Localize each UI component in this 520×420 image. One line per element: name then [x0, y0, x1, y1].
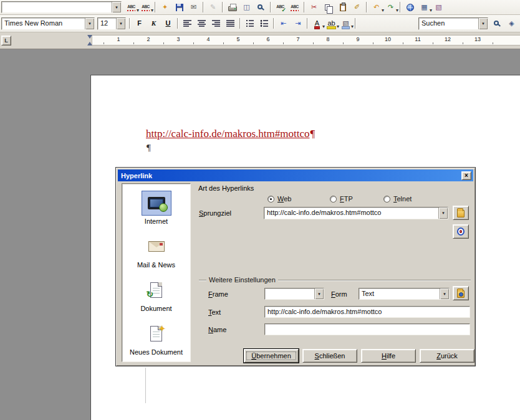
ruler-number: 4 — [193, 36, 223, 42]
separator — [238, 17, 243, 30]
edit-file-icon[interactable]: ✎ — [206, 1, 220, 14]
separator — [127, 17, 132, 30]
hyperlink-text[interactable]: http://calc-info.de/makros.htm#mottco — [146, 128, 310, 140]
chevron-down-icon[interactable] — [112, 2, 121, 12]
close-icon[interactable]: × — [461, 171, 471, 180]
target-icon — [457, 227, 465, 236]
decrease-indent-icon[interactable]: ⇤ — [276, 17, 291, 30]
type-section-label: Art des Hyperlinks — [198, 184, 254, 192]
chevron-down-icon[interactable] — [85, 18, 94, 29]
save-icon[interactable] — [172, 1, 186, 14]
separator — [201, 1, 206, 14]
ruler-number: 13 — [463, 36, 493, 42]
hyperlink-icon[interactable] — [403, 1, 417, 14]
undo-icon[interactable]: ↶ — [369, 1, 383, 14]
chevron-down-icon[interactable] — [478, 18, 488, 29]
numbering-icon[interactable] — [243, 17, 257, 30]
tab-stop-selector[interactable]: L — [1, 36, 11, 45]
paste-icon[interactable] — [335, 1, 350, 14]
application-window: ABCABC✦✉✎◫ABCABC✂✐↶↷▦▧ Times New Roman 1… — [0, 0, 520, 420]
insert-table-icon[interactable]: ▦ — [417, 1, 431, 14]
spellcheck-icon[interactable]: ABC — [273, 1, 287, 14]
autotext-icon[interactable]: ABC — [138, 1, 153, 14]
radio-ftp[interactable]: FTP — [330, 195, 383, 203]
page-preview-icon[interactable]: ◫ — [239, 1, 254, 14]
find-replace-icon[interactable] — [490, 17, 504, 30]
cut-icon[interactable]: ✂ — [307, 1, 321, 14]
font-name-combobox[interactable]: Times New Roman — [1, 17, 95, 30]
category-neues-dokument[interactable]: Neues Dokument — [122, 317, 190, 360]
background-color-icon[interactable]: ▧ — [339, 17, 353, 30]
highlight-icon[interactable]: ab — [324, 17, 339, 30]
text-field[interactable]: http://calc-info.de/makros.htm#mottco — [264, 306, 470, 318]
ruler-numbers: 12345678910111213 — [104, 36, 493, 42]
back-button[interactable]: Zurück — [420, 349, 474, 363]
ruler-number: 9 — [343, 36, 373, 42]
radio-icon[interactable] — [267, 196, 274, 203]
form-combobox[interactable]: Text — [359, 288, 450, 300]
new-doc-wizard-icon[interactable]: ✦ — [158, 1, 172, 14]
radio-icon[interactable] — [383, 196, 390, 203]
horizontal-ruler[interactable]: L 12345678910111213 — [0, 32, 520, 49]
align-center-icon[interactable] — [195, 17, 209, 30]
align-left-icon[interactable] — [180, 17, 195, 30]
redo-icon[interactable]: ↷ — [383, 1, 398, 14]
chevron-down-icon[interactable] — [116, 18, 125, 29]
zoom-icon[interactable] — [254, 1, 268, 14]
separator — [305, 17, 310, 30]
target-in-document-button[interactable] — [453, 224, 469, 239]
name-label: Name — [208, 326, 226, 333]
navigator-icon[interactable]: ◈ — [504, 17, 519, 30]
dialog-titlebar[interactable]: Hyperlink × — [118, 169, 473, 181]
autospellcheck-icon[interactable]: ABC — [287, 1, 302, 14]
print-icon[interactable] — [225, 1, 239, 14]
events-button[interactable] — [453, 286, 469, 300]
font-name-value: Times New Roman — [2, 18, 85, 29]
autocorrect-icon[interactable]: ABC — [124, 1, 138, 14]
paintbrush-icon[interactable]: ✐ — [350, 1, 364, 14]
category-mail-news[interactable]: Mail & News — [122, 229, 190, 273]
send-mail-icon[interactable]: ✉ — [186, 1, 201, 14]
search-combobox[interactable]: Suchen — [418, 17, 488, 30]
url-combobox[interactable] — [1, 1, 122, 13]
apply-button[interactable]: Übernehmen — [244, 349, 299, 363]
chevron-down-icon[interactable] — [440, 289, 449, 299]
target-label: Sprungziel — [199, 209, 231, 217]
ruler-number: 10 — [373, 36, 403, 42]
close-button[interactable]: Schließen — [302, 349, 357, 363]
underline-icon[interactable]: U — [161, 17, 175, 30]
first-line-indent-marker[interactable] — [87, 35, 92, 39]
radio-web[interactable]: Web — [267, 195, 330, 203]
hyperlink-paragraph[interactable]: http://calc-info.de/makros.htm#mottco¶ — [146, 128, 315, 140]
help-button[interactable]: Hilfe — [361, 349, 416, 363]
italic-icon[interactable]: K — [147, 17, 161, 30]
dialog-buttons: ÜbernehmenSchließenHilfeZurück — [244, 349, 474, 363]
category-internet[interactable]: Internet — [122, 186, 190, 229]
frame-combobox[interactable] — [264, 288, 324, 300]
font-color-icon[interactable]: A — [310, 17, 324, 30]
target-combobox[interactable]: http://calc-info.de/makros.htm#mottco — [264, 207, 448, 219]
left-indent-marker[interactable] — [87, 42, 92, 45]
browse-button[interactable] — [453, 206, 469, 220]
bold-icon[interactable]: F — [132, 17, 147, 30]
events-icon — [457, 290, 465, 298]
category-dokument[interactable]: Dokument — [122, 273, 190, 317]
form-value: Text — [359, 289, 440, 299]
separator — [153, 1, 158, 14]
chevron-down-icon[interactable] — [438, 208, 448, 219]
separator — [268, 1, 273, 14]
radio-icon[interactable] — [330, 196, 337, 203]
bullets-icon[interactable] — [257, 17, 271, 30]
gallery-icon[interactable]: ▧ — [431, 1, 446, 14]
chevron-down-icon[interactable] — [314, 289, 324, 299]
font-size-combobox[interactable]: 12 — [97, 17, 126, 30]
separator — [353, 17, 358, 30]
name-field[interactable] — [264, 323, 470, 335]
standard-toolbar: ABCABC✦✉✎◫ABCABC✂✐↶↷▦▧ — [0, 0, 520, 15]
align-right-icon[interactable] — [209, 17, 223, 30]
copy-icon[interactable] — [321, 1, 335, 14]
increase-indent-icon[interactable]: ⇥ — [291, 17, 305, 30]
radio-telnet[interactable]: Telnet — [383, 195, 412, 203]
justify-icon[interactable] — [223, 17, 238, 30]
ruler-number: 2 — [133, 36, 163, 42]
